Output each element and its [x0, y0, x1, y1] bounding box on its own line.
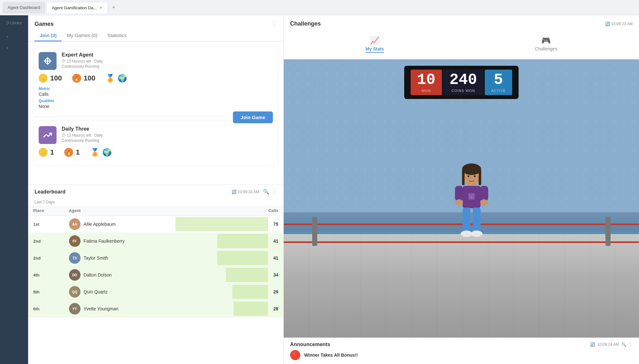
avatar: FF: [69, 235, 81, 247]
search-icon[interactable]: 🔍: [263, 189, 269, 195]
menu-icon[interactable]: ⋮: [272, 189, 277, 195]
table-row: 4th DD Dalton Dolson 34: [28, 267, 283, 284]
refresh-icon: 🔄: [590, 342, 595, 347]
place-label: 2nd: [33, 256, 41, 261]
stat-value-coins-2: 1: [50, 148, 54, 156]
tab-label: Agent Dashboard: [8, 5, 40, 10]
sidebar-expand-1[interactable]: ›: [0, 31, 28, 42]
avatar-initials: DD: [72, 273, 77, 277]
sidebar-library[interactable]: D Library: [0, 15, 28, 31]
expert-agent-running: Continuously Running: [62, 64, 103, 69]
left-sidebar: D Library › ›: [0, 15, 28, 364]
post-left: [312, 217, 317, 246]
tab-my-games[interactable]: My Games (0): [62, 30, 102, 42]
tab-agent-dashboard[interactable]: Agent Dashboard: [3, 2, 45, 13]
chevron-right-icon: ›: [6, 45, 8, 51]
place-label: 2nd: [33, 239, 41, 244]
panels-row: Games ⋮ Join (3) My Games (0) Statistics: [28, 15, 639, 364]
expert-agent-title: Expert Agent: [62, 52, 103, 58]
svg-rect-15: [473, 208, 481, 233]
tab-bar: Agent Dashboard Agent Gamification Da...…: [0, 0, 639, 15]
tab-my-stats[interactable]: 📈 My Stats: [358, 34, 392, 55]
active-label: ACTIVE: [491, 89, 506, 93]
agent-name: Quin Quartz: [84, 289, 108, 294]
arena-background: ☆: [284, 59, 639, 337]
tab-close-icon[interactable]: ✕: [99, 5, 103, 10]
tab-gamification[interactable]: Agent Gamification Da... ✕: [46, 2, 108, 13]
expert-agent-time: ⏱ 13 Hour(s) left · Daily: [62, 59, 103, 64]
content-area: Games ⋮ Join (3) My Games (0) Statistics: [28, 15, 639, 364]
agent-cell: QQ Quin Quartz: [64, 284, 175, 300]
tab-my-games-label: My Games (0): [67, 33, 97, 38]
scoreboard: 10 WON 240 COINS WON 5 ACTIVE: [404, 66, 519, 99]
table-row: 2nd TS Taylor Smith 41: [28, 250, 283, 267]
avatar: AA: [69, 218, 81, 230]
leaderboard-meta: 🔄 10:09:33 AM 🔍 ⋮: [232, 189, 277, 195]
tab-statistics[interactable]: Statistics: [102, 30, 132, 42]
leaderboard-header-row: Place Agent Calls: [28, 206, 283, 216]
leaderboard-thead: Place Agent Calls: [28, 206, 283, 216]
games-menu-icon[interactable]: ⋮: [271, 20, 277, 27]
place-label: 6th: [33, 307, 40, 311]
metric-value: Calls: [39, 92, 273, 97]
ann-time: 10:09:24 AM: [597, 342, 619, 347]
gamepad-icon: 🎮: [541, 36, 551, 45]
svg-point-12: [455, 199, 463, 206]
coin-icon-2: 🪙: [39, 148, 48, 157]
svg-point-17: [471, 231, 482, 237]
avatar: DD: [69, 269, 81, 281]
agent-name: Yvette Youngman: [84, 306, 119, 311]
agent-name: Fatima Faulkenberry: [84, 239, 125, 244]
daily-three-header: Daily Three ⏱ 13 Hour(s) left · Daily Co…: [39, 126, 273, 144]
calls-value: 28: [273, 306, 278, 311]
avatar-initials: AA: [72, 222, 77, 226]
main-layout: D Library › › Games ⋮ Join (3: [0, 15, 639, 364]
menu-icon[interactable]: ⋮: [629, 342, 633, 347]
stat-value-fire-2: 1: [76, 148, 80, 156]
game-card-expert-agent: Expert Agent ⏱ 13 Hour(s) left · Daily C…: [33, 47, 278, 117]
tab-add-button[interactable]: +: [109, 3, 118, 12]
crosshair-icon: [42, 56, 53, 66]
avatar-initials: FF: [73, 239, 77, 243]
agent-cell: YY Yvette Youngman: [64, 300, 175, 317]
trending-icon: [42, 130, 53, 140]
svg-point-13: [480, 199, 488, 206]
agent-name: Dalton Dolson: [84, 272, 112, 277]
place-label: 1st: [33, 222, 39, 227]
place-cell: 6th: [28, 300, 64, 317]
stat-value-coins: 100: [50, 74, 62, 82]
bar: [175, 217, 268, 231]
stat-item-coins: 🪙 100: [39, 74, 62, 83]
tab-join[interactable]: Join (3): [35, 30, 62, 42]
sidebar-expand-2[interactable]: ›: [0, 42, 28, 54]
my-stats-label: My Stats: [366, 46, 384, 53]
table-row: 2nd FF Fatima Faulkenberry 41: [28, 233, 283, 250]
right-panel: Challenges 🔄 10:09:23 AM 📈 My Stats 🎮 Ch…: [284, 15, 639, 364]
avatar-initials: YY: [72, 307, 77, 311]
col-agent: Agent: [64, 206, 175, 216]
coin-icon: 🪙: [39, 74, 48, 83]
clock-icon: ⏱: [62, 59, 65, 64]
bar: [232, 285, 268, 299]
announcement-text: Winner Takes All Bonus!!: [304, 353, 358, 358]
character-svg: ☆: [446, 163, 497, 252]
svg-rect-5: [462, 169, 465, 185]
trending-up-icon: 📈: [370, 36, 380, 45]
search-icon[interactable]: 🔍: [621, 342, 626, 347]
games-panel: Games ⋮ Join (3) My Games (0) Statistics: [28, 15, 284, 185]
agent-info: DD Dalton Dolson: [69, 269, 170, 281]
tab-challenges[interactable]: 🎮 Challenges: [527, 34, 565, 55]
badge-globe-icon: 🌍: [118, 74, 127, 83]
svg-rect-14: [463, 208, 470, 233]
arena-area: 10 WON 240 COINS WON 5 ACTIVE: [284, 59, 639, 337]
badge-medal-icon-2: 🏅: [90, 148, 100, 157]
daily-three-stats: 🪙 1 🔥 1 🏅 🌍: [39, 148, 273, 157]
challenges-tabs: 📈 My Stats 🎮 Challenges: [284, 30, 639, 59]
join-game-button[interactable]: Join Game: [233, 111, 273, 123]
daily-three-title: Daily Three: [62, 126, 103, 132]
calls-value: 34: [273, 272, 278, 277]
stat-item-fire: 🔥 100: [72, 74, 96, 83]
leaderboard-period: Last 7 Days: [28, 199, 283, 206]
badge-row-2: 🏅 🌍: [90, 148, 112, 157]
calls-value: 41: [273, 239, 278, 244]
